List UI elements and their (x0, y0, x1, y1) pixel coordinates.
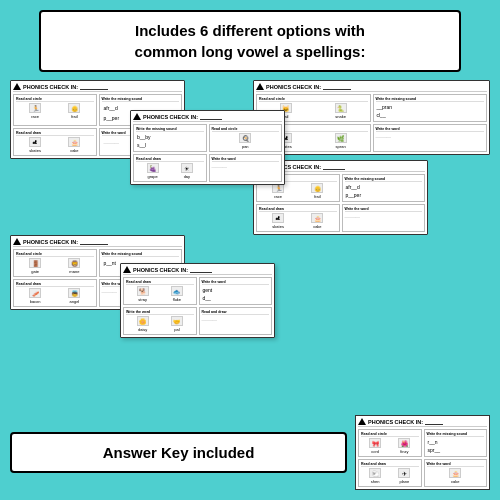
mane-img: 🦁 (68, 258, 80, 268)
worksheet-6: PHONICS CHECK IN: Read and draw 🐕 stray (120, 263, 275, 338)
frail2-img: 👴 (311, 183, 323, 193)
pan-img: 🍳 (239, 133, 251, 143)
skates3-img: ⛸ (272, 213, 284, 223)
ws1-header: PHONICS CHECK IN: (13, 83, 182, 92)
worksheet-3: PHONICS CHECK IN: Write the missing soun… (130, 110, 285, 185)
daisy-img: 🌼 (137, 316, 149, 326)
frail-img: 👴 (68, 103, 80, 113)
finzy-img: 🌺 (398, 438, 410, 448)
spran-img: 🌿 (335, 133, 347, 143)
snake-img: 🐍 (335, 103, 347, 113)
gate-img: 🚪 (29, 258, 41, 268)
worksheet-2: PHONICS CHECK IN: Read and circle 🐱 tail (253, 80, 490, 155)
cake-img: 🎂 (68, 137, 80, 147)
fluke-img: 🐟 (171, 286, 183, 296)
ws-group-topleft: PHONICS CHECK IN: Read and circle 🏃 race (10, 80, 247, 230)
title-line1: Includes 6 different options with (135, 22, 365, 39)
angel-img: 👼 (68, 288, 80, 298)
race-img: 🏃 (29, 103, 41, 113)
shen-img: 🐑 (369, 468, 381, 478)
day-img: ☀ (181, 163, 193, 173)
answer-key-box: Answer Key included (10, 432, 347, 473)
cord-img: 🎀 (369, 438, 381, 448)
title-line2: common long vowel a spellings: (135, 43, 366, 60)
ws1-title: PHONICS CHECK IN: (23, 84, 78, 90)
title-box: Includes 6 different options with common… (39, 10, 461, 72)
worksheet-7: PHONICS CHECK IN: Read and circle 🎀 cord (355, 415, 490, 490)
ws-group-right: PHONICS CHECK IN: Read and circle 🏃 race (253, 160, 490, 290)
grape-img: 🍇 (147, 163, 159, 173)
main-container: Includes 6 different options with common… (0, 0, 500, 500)
ws-group-bottomleft: PHONICS CHECK IN: Read and circle 🚪 gate (10, 235, 247, 395)
ws1-read-draw: Read and draw ⛸ skates 🎂 cake (13, 128, 97, 156)
cake3-img: 🎂 (449, 468, 461, 478)
ws1-read-circle: Read and circle 🏃 race 👴 frail (13, 94, 97, 126)
answer-key-text: Answer Key included (103, 444, 255, 461)
bacon-img: 🥓 (29, 288, 41, 298)
cake2-img: 🎂 (311, 213, 323, 223)
plane-img: ✈ (398, 468, 410, 478)
skates-img: ⛸ (29, 137, 41, 147)
pal-img: 🤝 (171, 316, 183, 326)
stray-img: 🐕 (137, 286, 149, 296)
